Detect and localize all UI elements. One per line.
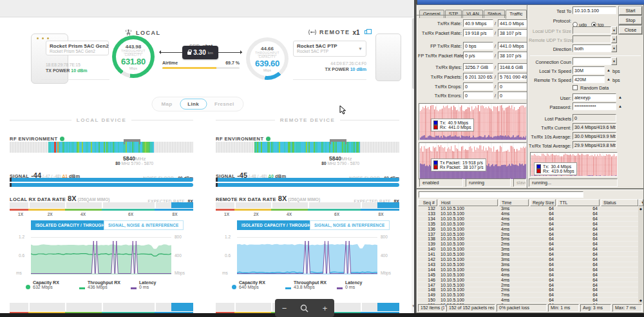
table-row[interactable]: 14210.10.5.1003ms6464: [418, 257, 638, 262]
channel-marker[interactable]: [124, 139, 140, 144]
cell-3: 64: [530, 278, 556, 282]
table-row[interactable]: 13710.10.5.1002ms6464: [418, 232, 638, 237]
random-data-checkbox[interactable]: [573, 85, 578, 90]
tab-status[interactable]: Status: [484, 10, 505, 18]
local-device-name: Rocket Prism 5AC Gen2: [50, 43, 105, 49]
direction-dropdown[interactable]: ▼: [611, 44, 617, 52]
cell-4: 64: [557, 287, 600, 292]
table-row[interactable]: 14410.10.5.1006ms6464: [418, 267, 638, 273]
legend-name: Rx:: [543, 169, 549, 173]
table-scrollbar[interactable]: ◆◆: [638, 207, 643, 303]
user-spinner[interactable]: ▲: [618, 95, 622, 99]
tab-traffic[interactable]: Traffic: [506, 10, 526, 19]
rate-tick-4: 8X: [173, 212, 178, 216]
footer-cell-4: Avg: 3 ms: [580, 304, 611, 312]
magnifier-icon[interactable]: [300, 304, 308, 312]
local-udp-dropdown[interactable]: ▼: [611, 26, 617, 34]
chevron-down-icon[interactable]: ▼: [358, 46, 363, 51]
cell-0: 139: [418, 242, 437, 246]
tab-general[interactable]: General: [419, 10, 444, 18]
table-row[interactable]: 14810.10.5.1002ms6464: [418, 287, 638, 293]
y-axis-left-max: 1.2: [19, 235, 24, 239]
column-header-host[interactable]: Host: [439, 199, 498, 206]
capacity-throughput-chart: [237, 237, 377, 274]
remote-tx-speed-input[interactable]: 420M: [573, 75, 605, 83]
button-stop[interactable]: Stop: [619, 16, 642, 24]
remote-device-card[interactable]: Rocket 5AC PTP Rocket 5AC PTP ▼: [293, 41, 366, 57]
direction-select[interactable]: both: [573, 44, 611, 52]
ping-filter-input[interactable]: [419, 191, 583, 198]
page-zoom-overlay: − +: [275, 299, 334, 317]
table-row[interactable]: 14510.10.5.1004ms6464: [418, 273, 638, 278]
view-tab-map[interactable]: Map: [153, 99, 180, 110]
table-row[interactable]: 13610.10.5.1004ms6464: [418, 227, 638, 232]
window-titlebar: [417, 0, 644, 5]
table-row[interactable]: 13410.10.5.1004ms6464: [418, 216, 638, 222]
table-row[interactable]: 14110.10.5.1003ms6464: [418, 252, 638, 257]
cell-3: 64: [530, 227, 556, 231]
connection-count-input[interactable]: [573, 57, 611, 65]
external-link-icon[interactable]: [365, 30, 368, 34]
cell-2: 2ms: [499, 222, 529, 226]
table-row[interactable]: 13910.10.5.1002ms6464: [418, 242, 638, 247]
chart-tab-signal[interactable]: SIGNAL, NOISE & INTERFERENCE: [104, 220, 184, 230]
cell-2: 6ms: [499, 267, 529, 272]
table-row[interactable]: 13310.10.5.1004ms6464: [418, 211, 638, 216]
test-to-input[interactable]: 10.10.5.100: [573, 6, 616, 14]
remote-speed-spinner[interactable]: ▲: [607, 77, 611, 81]
table-row[interactable]: 13810.10.5.1005ms6464: [418, 236, 638, 242]
zoom-in-button[interactable]: +: [323, 304, 328, 312]
legend-label: Latency: [345, 280, 362, 285]
legend-value: 38 107 p/s: [463, 165, 484, 169]
connection-count-dropdown[interactable]: ▼: [611, 57, 617, 65]
rate-value: 8X: [278, 195, 287, 202]
channel-marker[interactable]: [330, 139, 346, 144]
remote-udp-size-input[interactable]: [573, 35, 611, 43]
column-header-seq-[interactable]: Seq #: [418, 199, 437, 206]
local-speed-spinner[interactable]: ▲: [607, 68, 611, 72]
rate-color-strip: [216, 209, 399, 211]
tab-vlan[interactable]: VLAN: [462, 10, 483, 18]
table-row[interactable]: 14910.10.5.1007ms6464: [418, 293, 638, 298]
rate-bar-separator: [308, 202, 309, 208]
column-header-time[interactable]: Time: [499, 199, 529, 206]
rate-bar-separator: [234, 202, 236, 208]
table-row[interactable]: 13210.10.5.1003ms6464: [418, 206, 638, 211]
remote-udp-dropdown[interactable]: ▼: [611, 35, 617, 43]
password-spinner[interactable]: ▲: [618, 104, 622, 108]
view-tab-link[interactable]: Link: [180, 99, 207, 110]
button-close[interactable]: Close: [619, 26, 642, 34]
y-axis-right-max: 800: [175, 235, 182, 239]
traffic-row-value-tx: 6 201 320 652: [463, 73, 493, 81]
zoom-out-button[interactable]: −: [282, 304, 287, 312]
local-throughput-gauge: 443.98 THROUGHPUT CAPACITY 631.80 Mbps: [112, 35, 155, 78]
local-udp-size-input[interactable]: [573, 26, 611, 34]
traffic-row-value-tx: 0 bps: [463, 42, 493, 50]
table-row[interactable]: 14310.10.5.1003ms6464: [418, 262, 638, 267]
cell-0: 137: [418, 232, 437, 236]
table-row[interactable]: 14710.10.5.1002ms6464: [418, 283, 638, 288]
table-row[interactable]: 15010.10.5.1004ms6464: [418, 298, 638, 303]
bps-label: bps: [612, 77, 620, 83]
column-header-status[interactable]: Status: [601, 199, 638, 206]
view-tab-fresnel[interactable]: Fresnel: [207, 99, 242, 110]
column-header-ttl[interactable]: TTL: [557, 199, 600, 206]
table-row[interactable]: 13510.10.5.1002ms6464: [418, 222, 638, 227]
table-row[interactable]: 14610.10.5.1004ms6464: [418, 278, 638, 283]
local-tx-speed-input[interactable]: 30M: [573, 66, 605, 74]
local-mac: 18:E8:29:78:7E:15: [46, 62, 80, 67]
button-start[interactable]: Start: [619, 6, 642, 15]
user-input[interactable]: alexeyp: [573, 93, 616, 101]
column-header-reply-size[interactable]: Reply Size: [530, 199, 556, 206]
column-picker-button[interactable]: ▼: [638, 199, 643, 206]
chart-tab-signal[interactable]: SIGNAL, NOISE & INTERFERENCE: [310, 220, 390, 230]
footer-cell-2: 0% packet loss: [497, 304, 547, 312]
password-input[interactable]: ************: [573, 102, 616, 110]
cell-3: 64: [530, 257, 556, 262]
table-row[interactable]: 14010.10.5.1003ms6464: [418, 247, 638, 252]
section-title-text: LOCAL DEVICE: [77, 117, 126, 123]
traffic-row-label: FP Tx/Rx Rate:: [418, 43, 462, 49]
cell-0: 132: [418, 206, 437, 211]
tab-stp[interactable]: STP: [445, 10, 462, 18]
cell-3: 64: [530, 262, 556, 267]
